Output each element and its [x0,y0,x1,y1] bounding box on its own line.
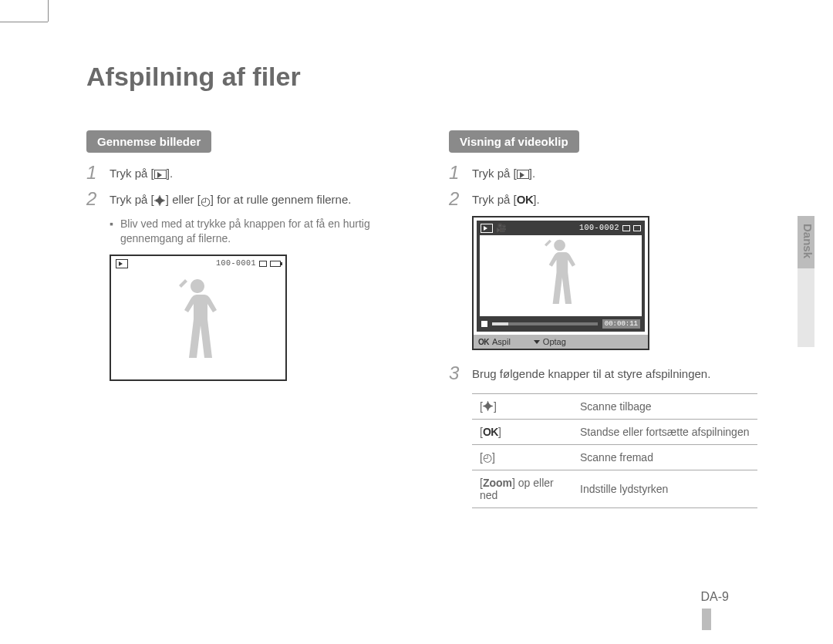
desc-cell: Standse eller fortsætte afspilningen [572,420,757,445]
key-cell: [◴] [472,445,572,470]
memory-icon [622,225,630,231]
table-row: [⯌] Scanne tilbage [472,394,757,420]
label: Optag [543,337,566,346]
page-number: DA-9 [701,590,729,604]
crop-mark-left [48,0,49,22]
section-heading-right: Visning af videoklip [449,130,579,153]
photo-screen-mock: 100-0001 [110,255,287,381]
timer-icon: ◴ [201,193,211,209]
text: Tryk på [ [110,193,154,206]
elapsed-time: 00:00:11 [602,319,640,329]
text: ] for at rulle gennem filerne. [211,193,352,206]
right-step-1: 1 Tryk på []. [449,164,757,182]
key-cell: [OK] [472,420,572,445]
file-counter: 100-0001 [216,259,256,268]
key-cell: [Zoom] op eller ned [472,470,572,508]
table-row: [OK] Standse eller fortsætte afspilninge… [472,420,757,445]
section-heading-left: Gennemse billeder [86,130,211,153]
zoom-label: Zoom [483,477,512,489]
page-content: Afspilning af filer Gennemse billeder 1 … [86,62,765,508]
left-column: Gennemse billeder 1 Tryk på []. 2 Tryk p… [86,130,395,508]
playback-mode-icon [154,170,167,179]
person-silhouette-icon [541,238,578,314]
step-text: Tryk på [⯌] eller [◴] for at rulle genne… [110,190,351,209]
playback-mode-icon [517,170,529,179]
tab-label: Dansk [798,224,814,258]
key-cell: [⯌] [472,394,572,420]
two-columns: Gennemse billeder 1 Tryk på []. 2 Tryk p… [86,130,765,508]
text: ]. [533,193,539,206]
flash-icon: ⯌ [483,400,494,413]
screen-top-bar: 100-0001 [111,256,285,271]
page-title: Afspilning af filer [86,62,765,92]
step-number: 1 [449,164,472,182]
stop-icon [481,321,487,327]
table-row: [Zoom] op eller ned Indstille lydstyrken [472,470,757,508]
ok-icon: OK [478,338,489,346]
step-text: Tryk på []. [110,164,173,181]
bullet-icon: ▪ [110,217,120,247]
text: Tryk på [ [472,193,517,206]
right-step-2: 2 Tryk på [OK]. [449,190,757,208]
ok-icon: OK [483,426,498,438]
left-step-2: 2 Tryk på [⯌] eller [◴] for at rulle gen… [86,190,395,209]
step-text: Brug følgende knapper til at styre afspi… [472,364,710,382]
person-silhouette-icon [177,278,219,370]
text: Tryk på [ [110,167,154,180]
label: Aspil [492,337,511,346]
screen-top-bar: 🎥 100-0002 [477,221,645,235]
file-counter: 100-0002 [579,224,619,232]
playback-mode-icon [481,224,493,233]
video-area [480,235,642,316]
text: Tryk på [ [472,167,517,180]
crop-mark-top [0,22,48,22]
step-text: Tryk på []. [472,164,535,181]
step-text: Tryk på [OK]. [472,190,540,207]
text: ]. [167,167,173,180]
step-number: 1 [86,164,110,182]
movie-icon: 🎥 [496,223,508,233]
substep-text: Bliv ved med at trykke på knappen for at… [120,217,395,247]
timer-icon: ◴ [483,451,492,464]
playback-mode-icon [116,259,128,268]
screen-inner: 🎥 100-0002 [477,221,645,332]
footer-record: Optag [534,337,566,346]
step-number: 2 [449,190,472,208]
battery-icon [633,225,641,231]
ok-icon: OK [517,193,534,206]
battery-icon [270,261,281,267]
photo-area [111,271,285,379]
desc-cell: Scanne tilbage [572,394,757,420]
text: ]. [529,167,535,180]
desc-cell: Scanne fremad [572,445,757,470]
controls-table: [⯌] Scanne tilbage [OK] Standse eller fo… [472,393,757,508]
step-number: 3 [449,364,472,383]
text: ] eller [ [166,193,201,206]
right-step-3: 3 Brug følgende knapper til at styre afs… [449,364,757,383]
video-screen-mock: 🎥 100-0002 [472,216,649,350]
progress-row: 00:00:11 [477,316,645,332]
page-number-mark [702,609,711,630]
memory-icon [259,261,267,267]
language-side-tab: Dansk [798,216,814,347]
progress-bar [492,322,598,325]
down-icon [534,340,540,344]
tab-light [798,268,814,347]
step-number: 2 [86,190,110,208]
screen-footer: OK Aspil Optag [474,335,648,349]
right-column: Visning af videoklip 1 Tryk på []. 2 Try… [449,130,757,508]
table-row: [◴] Scanne fremad [472,445,757,470]
left-substep: ▪ Bliv ved med at trykke på knappen for … [110,217,395,247]
desc-cell: Indstille lydstyrken [572,470,757,508]
flash-icon: ⯌ [154,193,166,209]
left-step-1: 1 Tryk på []. [86,164,395,182]
footer-play: OK Aspil [478,337,511,346]
